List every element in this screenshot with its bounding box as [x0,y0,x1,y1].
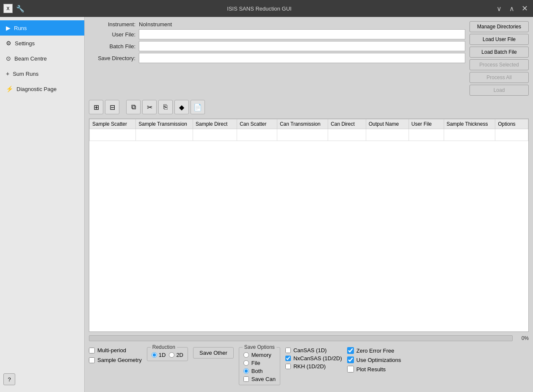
titlebar: X 🔧 ISIS SANS Reduction GUI ∨ ∧ ✕ [0,0,533,17]
add-row-button[interactable]: ⊞ [89,100,103,114]
progress-track [89,335,513,341]
progress-label: 0% [516,335,529,341]
load-user-file-button[interactable]: Load User File [469,34,529,45]
use-optimizations-row: Use Optimizations [347,356,401,363]
sidebar-item-beam-centre[interactable]: ⊙ Beam Centre [0,51,84,66]
cell-user-file[interactable] [409,129,444,141]
reduction-1d-label[interactable]: 1D [152,352,166,358]
copy-button[interactable]: ⧉ [126,100,141,114]
col-can-transmission: Can Transmission [277,119,328,129]
use-optimizations-checkbox[interactable] [347,356,354,363]
memory-radio-label[interactable]: Memory [243,352,276,358]
cell-can-scatter[interactable] [237,129,277,141]
input-sample-transmission[interactable] [138,132,191,138]
batch-file-row: Batch File: [89,41,465,51]
batch-file-input[interactable] [139,41,465,51]
reduction-1d-radio[interactable] [152,352,157,358]
reduction-2d-label[interactable]: 2D [169,352,183,358]
zero-error-checkbox[interactable] [347,347,354,354]
input-options[interactable] [497,132,526,138]
toolbar-separator-1 [121,100,124,114]
progress-container: 0% [89,334,529,342]
reduction-legend: Reduction [151,344,177,350]
table-header-row: Sample Scatter Sample Transmission Sampl… [90,119,528,129]
memory-radio[interactable] [243,352,249,358]
paste-button[interactable]: ⎘ [158,100,173,114]
col-sample-scatter: Sample Scatter [90,119,136,129]
sidebar-item-sum-runs[interactable]: + Sum Runs [0,66,84,81]
save-directory-input[interactable] [139,53,465,63]
minimize-button[interactable]: ∨ [494,3,504,14]
maximize-button[interactable]: ∧ [507,3,517,14]
cell-sample-transmission[interactable] [136,129,193,141]
both-radio-label[interactable]: Both [243,368,276,374]
save-options-group: Save Options Memory File Both [239,347,280,385]
input-can-scatter[interactable] [239,132,275,138]
main-content: Instrument: NoInstrument User File: Batc… [85,17,533,392]
highlight-button[interactable]: ◆ [174,100,189,114]
nxcan-sas-checkbox[interactable] [285,356,291,361]
process-all-button[interactable]: Process All [469,72,529,83]
sidebar: ▶ Runs ⚙ Settings ⊙ Beam Centre + Sum Ru… [0,17,85,392]
save-can-checkbox[interactable] [243,376,249,382]
close-button[interactable]: ✕ [519,3,530,14]
sidebar-item-settings[interactable]: ⚙ Settings [0,36,84,51]
instrument-row: Instrument: NoInstrument [89,21,465,28]
plot-results-label: Plot Results [356,366,386,373]
save-options-radio-col: Memory File Both Save Can [243,352,276,382]
instrument-value: NoInstrument [139,21,172,28]
cell-can-transmission[interactable] [277,129,328,141]
add-row-icon: ⊞ [94,103,99,111]
file-radio[interactable] [243,360,249,366]
process-selected-button[interactable]: Process Selected [469,59,529,70]
load-batch-file-button[interactable]: Load Batch File [469,47,529,58]
help-button[interactable]: ? [3,373,15,385]
multi-period-checkbox[interactable] [89,348,95,353]
input-can-direct[interactable] [330,132,364,138]
sidebar-label-diagnostic: Diagnostic Page [17,86,57,92]
input-sample-scatter[interactable] [91,132,134,138]
sidebar-item-diagnostic[interactable]: ⚡ Diagnostic Page [0,81,84,97]
cell-sample-thickness[interactable] [444,129,495,141]
input-can-transmission[interactable] [279,132,326,138]
plot-results-checkbox[interactable] [347,366,354,373]
user-file-input[interactable] [139,29,465,39]
remove-row-button[interactable]: ⊟ [105,100,119,114]
sidebar-label-runs: Runs [14,25,27,31]
zero-error-row: Zero Error Free [347,347,401,354]
reduction-2d-radio[interactable] [169,352,174,358]
cell-options[interactable] [495,129,528,141]
file-radio-label[interactable]: File [243,360,276,366]
cell-sample-direct[interactable] [193,129,237,141]
zero-error-label: Zero Error Free [356,348,395,354]
cell-can-direct[interactable] [328,129,366,141]
save-other-button[interactable]: Save Other [193,347,234,359]
sidebar-label-sum-runs: Sum Runs [13,71,39,77]
both-radio[interactable] [243,368,249,374]
multi-period-label: Multi-period [97,347,126,353]
input-output-name[interactable] [368,132,407,138]
paste-icon: ⎘ [163,103,168,111]
left-checkbox-group: Multi-period Sample Geometry [89,347,142,363]
sidebar-label-beam-centre: Beam Centre [14,55,47,62]
input-sample-direct[interactable] [195,132,235,138]
load-button[interactable]: Load [469,85,529,96]
sidebar-label-settings: Settings [15,40,35,47]
cell-sample-scatter[interactable] [90,129,136,141]
top-section: Instrument: NoInstrument User File: Batc… [89,21,529,96]
save-can-checkbox-label[interactable]: Save Can [243,376,276,382]
user-file-row: User File: [89,29,465,39]
rkh-checkbox[interactable] [285,364,291,369]
can-sas-checkbox[interactable] [285,348,291,353]
input-sample-thickness[interactable] [446,132,494,138]
sample-geometry-checkbox[interactable] [89,357,95,363]
can-sas-label: CanSAS (1D) [293,347,327,353]
input-user-file[interactable] [411,132,442,138]
new-button[interactable]: 📄 [191,100,205,114]
user-file-label: User File: [89,31,135,38]
sidebar-item-runs[interactable]: ▶ Runs [0,20,84,36]
cell-output-name[interactable] [366,129,409,141]
cut-button[interactable]: ✂ [142,100,157,114]
data-table: Sample Scatter Sample Transmission Sampl… [89,119,528,141]
manage-directories-button[interactable]: Manage Directories [469,21,529,32]
